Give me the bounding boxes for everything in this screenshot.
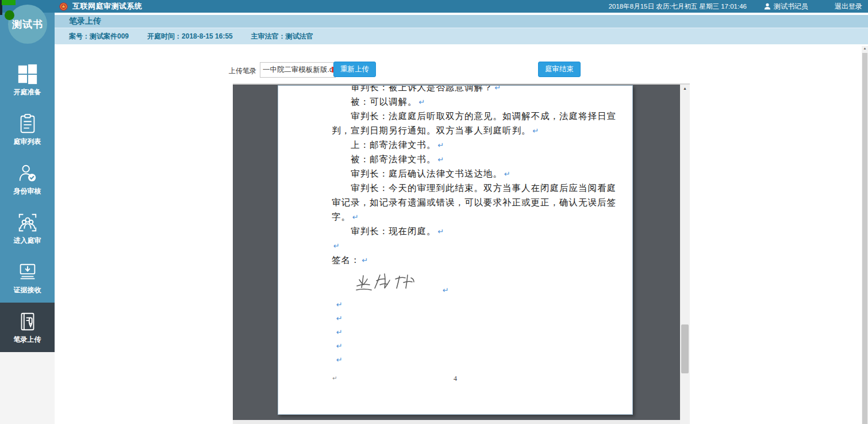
empty-paragraph: ↵	[332, 339, 608, 353]
doc-line: ↵	[332, 239, 608, 253]
sidebar: 开庭准备 庭审列表 身份审核 进入	[0, 13, 55, 424]
scroll-up-arrow-icon[interactable]: ▲	[680, 86, 690, 90]
doc-line: 判，宣判日期另行通知。双方当事人到庭听判。↵	[332, 124, 608, 138]
upload-transcript-label: 上传笔录	[229, 66, 256, 76]
national-emblem-icon	[59, 2, 68, 11]
sidebar-item-label: 进入庭审	[14, 236, 41, 246]
sidebar-item-transcript-upload[interactable]: 笔录上传	[0, 303, 55, 352]
trial-start-time: 开庭时间：2018-8-15 16:55	[147, 32, 233, 41]
paragraph-mark: ↵	[336, 342, 343, 350]
logout-button[interactable]: 退出登录	[835, 2, 862, 12]
current-user[interactable]: 测试书记员	[764, 2, 808, 12]
clipboard-icon	[17, 113, 39, 135]
paragraph-mark: ↵	[419, 98, 425, 106]
paragraph-mark: ↵	[443, 284, 449, 297]
paragraph-mark: ↵	[362, 256, 368, 265]
sidebar-item-identity-check[interactable]: 身份审核	[0, 154, 55, 204]
document-scrollbar[interactable]: ▲	[680, 85, 690, 424]
window-scrollbar[interactable]: ▲	[862, 46, 868, 424]
paragraph-mark: ↵	[504, 170, 510, 178]
empty-paragraph: ↵	[332, 325, 608, 339]
paragraph-mark: ↵	[336, 356, 343, 364]
empty-paragraph: ↵	[332, 297, 608, 311]
doc-line: 审判长：庭后确认法律文书送达地。↵	[332, 167, 608, 181]
window-scrollbar-thumb[interactable]	[862, 53, 867, 424]
people-court-icon	[17, 212, 39, 234]
person-check-icon	[17, 162, 39, 184]
doc-line: 字。↵	[332, 210, 608, 224]
receive-download-icon	[17, 261, 39, 283]
empty-paragraph: ↵	[332, 311, 608, 325]
avatar[interactable]: 测试书	[8, 5, 47, 44]
document-viewer: 审判长：被上诉人是否愿意调解？↵ 被：可以调解。↵ 审判长：法庭庭后听取双方的意…	[233, 83, 690, 424]
page-number: 4	[454, 375, 457, 383]
sidebar-item-enter-trial[interactable]: 进入庭审	[0, 204, 55, 253]
page-title: 笔录上传	[69, 16, 101, 26]
app-window: 互联网庭审测试系统 2018年8月15日 农历:七月初五 星期三 17:01:4…	[0, 0, 868, 424]
trial-end-button[interactable]: 庭审结束	[538, 62, 581, 77]
document-content: 审判长：被上诉人是否愿意调解？↵ 被：可以调解。↵ 审判长：法庭庭后听取双方的意…	[278, 85, 632, 366]
document-hscroll-track[interactable]	[233, 420, 680, 424]
file-name-value: 一中院二审模板新版.doc	[263, 66, 336, 74]
datetime-text: 2018年8月15日 农历:七月初五 星期三 17:01:46	[609, 2, 747, 11]
doc-line: 被：可以调解。↵	[332, 95, 608, 109]
paragraph-mark: ↵	[438, 227, 444, 236]
user-name: 测试书记员	[774, 2, 808, 12]
document-page: 审判长：被上诉人是否愿意调解？↵ 被：可以调解。↵ 审判长：法庭庭后听取双方的意…	[278, 85, 633, 415]
signature-handwriting	[355, 269, 435, 294]
document-scrollbar-thumb[interactable]	[681, 324, 689, 373]
sidebar-item-label: 身份审核	[14, 186, 41, 196]
paragraph-mark: ↵	[495, 85, 501, 92]
signature-row: ↵	[332, 268, 608, 297]
doc-line: 审记录，如记录有遗漏或错误，可以要求补正或更正，确认无误后签	[332, 196, 608, 210]
page-title-bar: 笔录上传	[55, 15, 868, 28]
paragraph-mark: ↵	[533, 127, 539, 135]
doc-line: 审判长：被上诉人是否愿意调解？↵	[332, 85, 608, 95]
page-footer: ↵ 4	[278, 375, 632, 383]
window-grid-icon	[17, 63, 39, 85]
paragraph-mark: ↵	[336, 328, 343, 337]
app-title: 互联网庭审测试系统	[72, 1, 143, 12]
sidebar-item-label: 庭审列表	[14, 137, 41, 147]
transcript-file-input[interactable]: 一中院二审模板新版.doc	[260, 62, 336, 78]
doc-line: 审判长：今天的审理到此结束。双方当事人在闭庭后应当阅看庭	[332, 181, 608, 196]
footer-paragraph-mark: ↵	[332, 375, 337, 381]
paragraph-mark: ↵	[333, 242, 340, 250]
online-status-dot	[5, 10, 14, 20]
doc-line-signature-label: 签名：↵	[332, 253, 608, 268]
notebook-pencil-icon	[17, 311, 39, 333]
corner-status-bar	[2, 0, 16, 5]
top-bar: 互联网庭审测试系统 2018年8月15日 农历:七月初五 星期三 17:01:4…	[0, 0, 868, 13]
presiding-judge: 主审法官：测试法官	[251, 32, 313, 41]
empty-paragraph: ↵	[332, 353, 608, 366]
paragraph-mark: ↵	[336, 314, 343, 323]
reupload-button[interactable]: 重新上传	[333, 62, 376, 77]
sidebar-item-label: 证据接收	[14, 285, 41, 295]
doc-line: 被：邮寄法律文书。↵	[332, 152, 608, 167]
scroll-up-arrow-icon[interactable]: ▲	[862, 47, 868, 50]
doc-line: 审判长：现在闭庭。↵	[332, 224, 608, 239]
paragraph-mark: ↵	[438, 155, 444, 164]
doc-line: 上：邮寄法律文书。↵	[332, 138, 608, 152]
paragraph-mark: ↵	[336, 300, 343, 309]
sidebar-item-evidence-receive[interactable]: 证据接收	[0, 253, 55, 303]
paragraph-mark: ↵	[438, 141, 444, 150]
sidebar-item-trial-list[interactable]: 庭审列表	[0, 105, 55, 154]
avatar-label: 测试书	[12, 18, 43, 31]
user-icon	[764, 3, 771, 10]
sidebar-item-label: 笔录上传	[14, 335, 41, 345]
case-number: 案号：测试案件009	[69, 32, 129, 41]
doc-line: 审判长：法庭庭后听取双方的意见。如调解不成，法庭将择日宣	[332, 109, 608, 124]
paragraph-mark: ↵	[352, 213, 359, 221]
sidebar-item-label: 开庭准备	[14, 87, 41, 97]
case-info-bar: 案号：测试案件009 开庭时间：2018-8-15 16:55 主审法官：测试法…	[55, 28, 868, 44]
sidebar-item-court-prepare[interactable]: 开庭准备	[0, 55, 55, 105]
